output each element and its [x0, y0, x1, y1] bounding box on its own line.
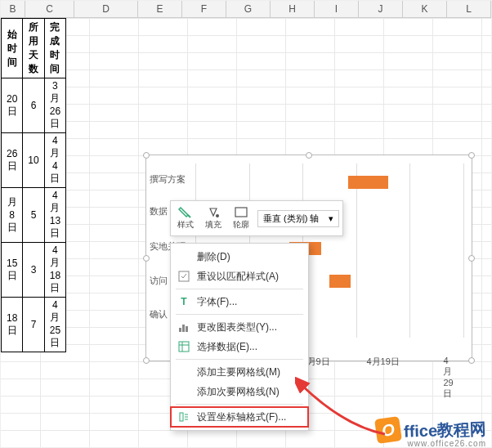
header-end[interactable]: 完成时间	[44, 19, 65, 78]
ctx-reset-style[interactable]: 重设以匹配样式(A)	[171, 267, 308, 286]
svg-rect-1	[235, 208, 247, 217]
ctx-add-major-gridlines[interactable]: 添加主要网格线(M)	[171, 362, 308, 382]
table-row: 18日74月25日	[2, 298, 66, 352]
blank-icon	[177, 250, 190, 263]
col-g[interactable]: G	[226, 1, 271, 18]
chevron-down-icon: ▾	[329, 213, 333, 224]
ctx-select-data[interactable]: 选择数据(E)...	[171, 337, 308, 356]
svg-rect-4	[182, 325, 185, 332]
ctx-format-axis[interactable]: 设置坐标轴格式(F)...	[171, 407, 308, 427]
blank-icon	[177, 365, 190, 379]
outline-button[interactable]: 轮廓	[230, 204, 253, 232]
header-start[interactable]: 始时间	[2, 19, 23, 78]
context-menu: 删除(D) 重设以匹配样式(A) T 字体(F)... 更改图表类型(Y)...…	[170, 243, 309, 431]
header-days[interactable]: 所用天数	[23, 19, 44, 78]
svg-point-0	[216, 214, 219, 217]
chart-bar	[329, 275, 351, 288]
table-row: 15日34月18日	[2, 243, 66, 298]
table-row: 月8日54月13日	[2, 188, 66, 243]
mini-toolbar: 样式 填充 轮廓 垂直 (类别) 轴 ▾	[170, 200, 343, 236]
svg-rect-3	[179, 328, 181, 332]
font-icon: T	[177, 295, 190, 308]
col-c[interactable]: C	[25, 1, 74, 18]
column-headers: B C D E F G H I J K L	[1, 1, 491, 18]
x-tick: 4月29日	[443, 356, 456, 400]
axis-select-combo[interactable]: 垂直 (类别) 轴 ▾	[257, 210, 339, 227]
col-e[interactable]: E	[138, 1, 182, 18]
table-row: 20日63月26日	[2, 78, 66, 133]
blank-icon	[177, 385, 190, 398]
fill-button[interactable]: 填充	[202, 204, 225, 232]
col-b[interactable]: B	[1, 1, 25, 18]
y-category: 访问	[150, 272, 168, 289]
svg-rect-9	[180, 413, 183, 421]
chart-bar	[348, 176, 388, 189]
ctx-change-chart-type[interactable]: 更改图表类型(Y)...	[171, 317, 308, 337]
ctx-add-minor-gridlines[interactable]: 添加次要网格线(N)	[171, 382, 308, 401]
ctx-delete[interactable]: 删除(D)	[171, 247, 308, 267]
style-button[interactable]: 样式	[174, 204, 197, 232]
col-k[interactable]: K	[403, 1, 447, 18]
col-l[interactable]: L	[447, 1, 491, 18]
svg-rect-6	[179, 342, 189, 352]
paintbrush-icon	[178, 206, 193, 219]
col-j[interactable]: J	[359, 1, 403, 18]
format-axis-icon	[177, 410, 190, 423]
ctx-font[interactable]: T 字体(F)...	[171, 292, 308, 311]
chart-type-icon	[177, 320, 190, 334]
select-data-icon	[177, 340, 190, 353]
outline-icon	[234, 206, 248, 219]
col-f[interactable]: F	[182, 1, 226, 18]
watermark-url: www.office26.com	[408, 439, 486, 448]
fill-icon	[206, 206, 221, 219]
annotation-arrow	[295, 377, 393, 442]
table-header-row: 始时间 所用天数 完成时间	[2, 19, 66, 78]
y-category: 撰写方案	[150, 171, 186, 187]
col-d[interactable]: D	[74, 1, 138, 18]
reset-icon	[177, 270, 190, 283]
col-h[interactable]: H	[271, 1, 315, 18]
y-category: 确认	[150, 306, 168, 322]
x-tick: 4月19日	[366, 356, 399, 368]
col-i[interactable]: I	[315, 1, 359, 18]
table-row: 26日104月4日	[2, 133, 66, 188]
svg-rect-5	[186, 326, 188, 332]
y-category: 数据	[150, 203, 168, 219]
